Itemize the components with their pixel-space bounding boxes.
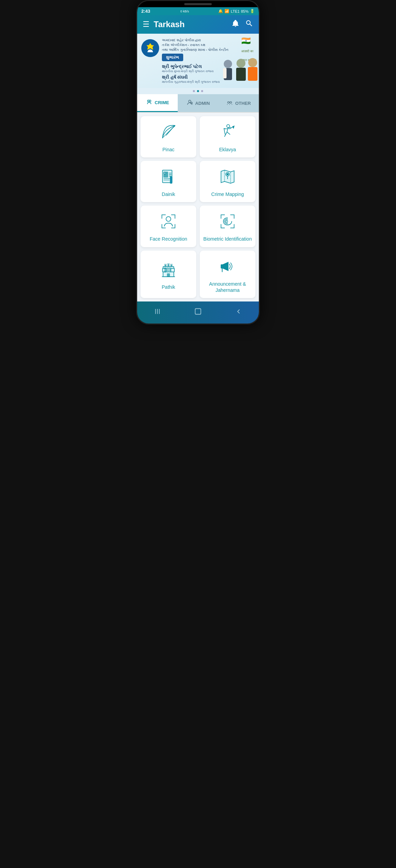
banner-badge: શુભારંભ bbox=[162, 54, 183, 61]
svg-rect-42 bbox=[164, 270, 166, 272]
pathik-label: Pathik bbox=[162, 284, 175, 290]
status-bar: 2:43 0 kB/s 🔔 📶 LTE1 85% 🔋 bbox=[137, 7, 259, 15]
battery-label: 85% bbox=[241, 9, 249, 13]
nav-recent-button[interactable] bbox=[147, 306, 168, 319]
svg-rect-53 bbox=[221, 264, 223, 268]
admin-tab-label: ADMIN bbox=[195, 101, 210, 106]
notch bbox=[184, 3, 212, 5]
admin-tab-icon bbox=[186, 99, 193, 108]
other-tab-icon bbox=[226, 99, 233, 108]
face-recognition-label: Face Recognition bbox=[150, 236, 187, 242]
app-header: ☰ Tarkash bbox=[137, 15, 259, 34]
eklavya-label: Eklavya bbox=[219, 146, 236, 153]
tab-other[interactable]: OTHER bbox=[218, 94, 259, 112]
svg-point-18 bbox=[227, 124, 230, 128]
svg-rect-40 bbox=[167, 267, 168, 269]
document-icon bbox=[160, 168, 177, 188]
archer-icon bbox=[219, 123, 236, 143]
svg-point-12 bbox=[228, 101, 229, 103]
svg-rect-43 bbox=[167, 270, 168, 272]
announcement-label: Announcement & Jahernama bbox=[203, 281, 252, 293]
status-time: 2:43 bbox=[141, 9, 150, 14]
tab-admin[interactable]: ADMIN bbox=[178, 94, 218, 112]
tab-bar: CRIME ADMIN OTHE bbox=[137, 94, 259, 113]
svg-rect-44 bbox=[169, 270, 171, 272]
app-title: Tarkash bbox=[154, 20, 227, 29]
svg-point-10 bbox=[188, 100, 191, 102]
dot-1 bbox=[193, 90, 195, 92]
svg-rect-3 bbox=[223, 68, 227, 78]
menu-button[interactable]: ☰ bbox=[143, 20, 150, 29]
notification-icon[interactable] bbox=[231, 19, 240, 30]
svg-rect-45 bbox=[167, 274, 170, 277]
battery-icon: 🔋 bbox=[250, 9, 255, 13]
crime-tab-icon bbox=[146, 98, 153, 107]
face-recognition-icon bbox=[160, 212, 177, 232]
dainik-label: Dainik bbox=[162, 191, 175, 197]
nav-back-button[interactable] bbox=[228, 306, 249, 319]
svg-point-13 bbox=[230, 101, 232, 103]
building-icon bbox=[160, 261, 177, 281]
map-icon bbox=[219, 168, 236, 188]
dot-3 bbox=[201, 90, 203, 92]
wifi-icon: 📶 bbox=[224, 9, 229, 13]
svg-rect-38 bbox=[171, 268, 174, 272]
svg-rect-28 bbox=[170, 177, 172, 183]
banner-dots bbox=[137, 88, 259, 94]
crime-mapping-label: Crime Mapping bbox=[211, 191, 244, 197]
card-face-recognition[interactable]: Face Recognition bbox=[141, 206, 196, 247]
notch-bar bbox=[137, 1, 259, 7]
svg-point-1 bbox=[224, 60, 232, 68]
svg-rect-51 bbox=[170, 264, 172, 266]
card-announcement[interactable]: Announcement & Jahernama bbox=[200, 251, 255, 298]
svg-rect-58 bbox=[195, 309, 201, 315]
card-pinac[interactable]: Pinac bbox=[141, 116, 196, 157]
header-icons bbox=[231, 19, 253, 30]
cards-grid: Pinac Eklavya bbox=[137, 113, 259, 301]
card-dainik[interactable]: Dainik bbox=[141, 161, 196, 202]
banner-people bbox=[221, 57, 259, 88]
police-logo bbox=[141, 39, 159, 57]
status-right: 🔔 📶 LTE1 85% 🔋 bbox=[218, 9, 255, 13]
svg-point-34 bbox=[166, 217, 171, 222]
svg-point-6 bbox=[248, 58, 257, 67]
svg-rect-41 bbox=[169, 267, 171, 269]
alarm-icon: 🔔 bbox=[218, 9, 223, 13]
svg-rect-50 bbox=[167, 263, 169, 266]
banner-line2: તર્કશ એપ્લીકેશન - સ્વાગત કક્ષ bbox=[162, 43, 255, 47]
status-data: 0 kB/s bbox=[180, 10, 189, 13]
bow-icon bbox=[160, 123, 177, 143]
card-eklavya[interactable]: Eklavya bbox=[200, 116, 255, 157]
biometric-label: Biometric Identification bbox=[204, 236, 252, 242]
pinac-label: Pinac bbox=[162, 146, 174, 153]
megaphone-icon bbox=[219, 257, 236, 277]
svg-marker-20 bbox=[233, 126, 234, 128]
other-tab-label: OTHER bbox=[235, 101, 251, 106]
tab-crime[interactable]: CRIME bbox=[137, 94, 178, 112]
banner-line1: અમદાવાદ શહેર પોલીસ દ્વારા bbox=[162, 38, 255, 43]
signal-label: LTE1 bbox=[231, 9, 239, 13]
fingerprint-icon bbox=[219, 212, 236, 232]
svg-point-33 bbox=[227, 174, 228, 175]
banner: અમદાવાદ શહેર પોલીસ દ્વારા તર્કશ એપ્લીકેશ… bbox=[137, 34, 259, 88]
svg-point-29 bbox=[164, 172, 166, 174]
svg-rect-49 bbox=[165, 264, 166, 266]
svg-rect-39 bbox=[164, 267, 166, 269]
dot-2 bbox=[197, 90, 199, 92]
card-pathik[interactable]: Pathik bbox=[141, 251, 196, 298]
search-icon[interactable] bbox=[245, 19, 253, 30]
svg-rect-5 bbox=[236, 68, 246, 81]
card-biometric[interactable]: Biometric Identification bbox=[200, 206, 255, 247]
banner-line3: તથા આર્થિક ગુના નિવારણ શાખા - પોલીસ કેન્… bbox=[162, 47, 255, 52]
phone-frame: 2:43 0 kB/s 🔔 📶 LTE1 85% 🔋 ☰ Tarkash bbox=[136, 0, 260, 325]
crime-tab-label: CRIME bbox=[155, 100, 169, 105]
nav-bar bbox=[137, 301, 259, 323]
card-crime-mapping[interactable]: Crime Mapping bbox=[200, 161, 255, 202]
svg-point-4 bbox=[236, 59, 245, 68]
svg-rect-7 bbox=[248, 67, 257, 81]
nav-home-button[interactable] bbox=[187, 306, 209, 319]
